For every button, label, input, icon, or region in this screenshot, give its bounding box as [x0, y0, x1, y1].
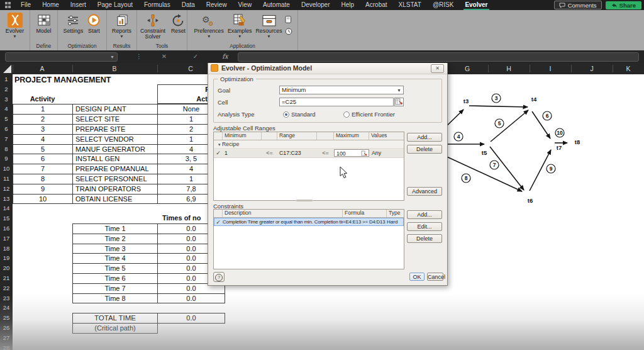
name-box[interactable]: ▼ [5, 52, 118, 62]
confirm-entry-icon[interactable]: ✓ [192, 50, 199, 63]
menu-tab-view[interactable]: View [233, 0, 258, 10]
menu-tab-xlstat[interactable]: XLSTAT [393, 0, 427, 10]
row-header-22[interactable]: 22 [0, 283, 13, 293]
menu-tab-insert[interactable]: Insert [65, 0, 92, 10]
constraints-delete-button[interactable]: Delete [407, 234, 442, 243]
column-header-g[interactable]: G [465, 63, 470, 74]
fx-icon[interactable]: fx [220, 50, 230, 63]
notepad-icon[interactable] [285, 14, 292, 26]
constraints-add-button[interactable]: Add... [407, 210, 442, 219]
menu-tab-page-layout[interactable]: Page Layout [92, 0, 138, 10]
row-header-13[interactable]: 13 [0, 194, 13, 204]
activity-number-cell[interactable]: 1 [13, 104, 73, 115]
row-header-9[interactable]: 9 [0, 154, 13, 164]
constraint-row-selected[interactable]: ✓ Completion Time greater or equal than … [214, 218, 404, 226]
time-value-cell[interactable]: 0.0 [158, 294, 225, 304]
menu-tab-evolver[interactable]: Evolver [459, 0, 493, 10]
maximum-reference-picker-icon[interactable] [361, 150, 369, 157]
activity-number-cell[interactable]: 4 [13, 135, 73, 145]
row-header-18[interactable]: 18 [0, 244, 13, 254]
cell-reference-picker-button[interactable] [394, 98, 404, 106]
activity-name-cell[interactable]: INSTALL GEN [73, 154, 158, 164]
menu-tab-risk[interactable]: @RISK [427, 0, 460, 10]
activity-number-cell[interactable]: 5 [13, 145, 73, 155]
activity-number-cell[interactable]: 3 [13, 125, 73, 135]
activity-number-cell[interactable]: 8 [13, 174, 73, 184]
activity-number-cell[interactable]: 2 [13, 115, 73, 125]
time-label-cell[interactable]: Time 7 [73, 284, 158, 294]
column-header-b[interactable]: B [112, 63, 116, 74]
row-header-26[interactable]: 26 [0, 323, 13, 333]
total-label-cell[interactable]: TOTAL TIME [73, 313, 158, 324]
menu-tab-data[interactable]: Data [176, 0, 201, 10]
activity-name-cell[interactable]: PREPARE SITE [73, 125, 158, 135]
advanced-button[interactable]: Advanced [407, 187, 442, 196]
column-header-h[interactable]: H [506, 63, 511, 74]
radio-efficient-frontier[interactable] [343, 111, 350, 118]
row-header-21[interactable]: 21 [0, 273, 13, 283]
row-header-7[interactable]: 7 [0, 134, 13, 144]
cancel-entry-icon[interactable]: ✕ [160, 50, 168, 63]
dialog-close-button[interactable]: ✕ [431, 64, 444, 73]
adjustable-range-row[interactable]: ✓ 1 <= C17:C23 <= 100 Any [214, 149, 404, 158]
menu-tab-developer[interactable]: Developer [296, 0, 336, 10]
splitter-grip[interactable] [296, 200, 313, 201]
activity-name-cell[interactable]: SELECT VENDOR [73, 135, 158, 145]
model-button[interactable]: Model [35, 12, 53, 35]
adjustable-add-button[interactable]: Add... [407, 133, 442, 142]
row-header-6[interactable]: 6 [0, 124, 13, 134]
reports-button[interactable]: Reports▼ [111, 12, 133, 39]
time-label-cell[interactable]: Time 3 [73, 244, 158, 254]
adjustable-ranges-table[interactable]: Minimum Range Maximum Values ▾ Recipe ✓ … [213, 132, 404, 201]
name-box-caret-icon[interactable]: ▼ [110, 53, 114, 61]
row-header-5[interactable]: 5 [0, 114, 13, 124]
row-header-12[interactable]: 12 [0, 184, 13, 194]
range-maximum-input[interactable]: 100 [334, 149, 369, 157]
time-label-cell[interactable]: Time 6 [73, 274, 158, 284]
activity-name-cell[interactable]: PREPARE OPMANUAL [73, 164, 158, 174]
constraint-checkbox-checked-icon[interactable]: ✓ [214, 218, 223, 226]
cell-a1-title[interactable]: PROJECT MANAGEMENT [14, 76, 111, 84]
preferences-button[interactable]: ⚙⚙Preferences▼ [192, 12, 225, 39]
help-button[interactable]: ? [213, 272, 225, 282]
row-header-15[interactable]: 15 [0, 213, 13, 223]
range-cells-value[interactable]: C17:C23 [277, 149, 317, 157]
select-all-corner[interactable] [0, 63, 13, 74]
activity-name-cell[interactable]: DESIGN PLANT [73, 104, 158, 115]
goal-select[interactable]: Minimum ▼ [279, 86, 404, 94]
row-header-17[interactable]: 17 [0, 234, 13, 244]
activity-number-cell[interactable]: 10 [13, 195, 73, 205]
row-header-19[interactable]: 19 [0, 253, 13, 263]
range-checkbox-checked-icon[interactable]: ✓ [214, 149, 223, 157]
activity-number-cell[interactable]: 6 [13, 154, 73, 164]
range-values-type[interactable]: Any [369, 149, 404, 157]
row-header-3[interactable]: 3 [0, 94, 13, 104]
column-header-a[interactable]: A [40, 63, 44, 74]
constraints-edit-button[interactable]: Edit... [407, 222, 442, 231]
constraints-table[interactable]: Description Formula Type ✓ Completion Ti… [213, 209, 404, 269]
activity-number-cell[interactable]: 7 [13, 164, 73, 174]
menu-tab-formulas[interactable]: Formulas [138, 0, 176, 10]
critical-path-cell[interactable]: (Critical path) [73, 324, 158, 334]
column-header-i[interactable]: I [550, 63, 552, 74]
row-header-23[interactable]: 23 [0, 293, 13, 303]
clock-icon[interactable] [285, 26, 292, 38]
menu-tab-help[interactable]: Help [336, 0, 360, 10]
ok-button[interactable]: OK [409, 273, 425, 281]
menu-tab-review[interactable]: Review [201, 0, 233, 10]
cell-a3-activity-header[interactable]: Activity [13, 95, 72, 103]
comments-button[interactable]: Comments [554, 1, 602, 9]
activity-number-cell[interactable]: 9 [13, 184, 73, 195]
evolver-button[interactable]: Evolver▼ [4, 12, 25, 39]
activity-name-cell[interactable]: SELECT SITE [73, 115, 158, 125]
row-header-25[interactable]: 25 [0, 313, 13, 323]
activity-name-cell[interactable]: OBTAIN LICENSE [73, 195, 158, 205]
collapse-caret-icon[interactable]: ▾ [218, 142, 221, 147]
reset-button[interactable]: Reset [170, 12, 187, 35]
row-header-4[interactable]: 4 [0, 104, 13, 114]
row-header-2[interactable]: 2 [0, 84, 13, 94]
row-header-11[interactable]: 11 [0, 174, 13, 184]
activity-name-cell[interactable]: SELECT PERSONNEL [73, 174, 158, 184]
range-minimum-value[interactable]: 1 [223, 149, 262, 157]
times-header-cell[interactable]: Times of no [162, 214, 201, 222]
